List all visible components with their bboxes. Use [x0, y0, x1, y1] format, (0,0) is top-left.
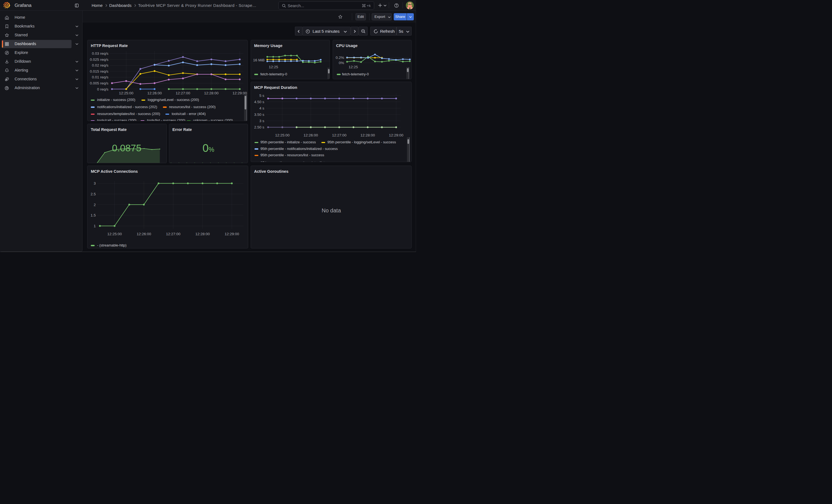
svg-text:12:25: 12:25 [269, 65, 278, 69]
svg-text:12:26:00: 12:26:00 [147, 91, 162, 95]
svg-text:5 s: 5 s [259, 94, 264, 98]
svg-text:12:27:00: 12:27:00 [166, 232, 181, 236]
svg-text:2.50 s: 2.50 s [254, 125, 264, 129]
svg-text:3: 3 [94, 181, 96, 185]
svg-text:12:27:00: 12:27:00 [332, 133, 346, 137]
svg-text:16 MiB: 16 MiB [253, 58, 264, 62]
svg-text:0.03 req/s: 0.03 req/s [92, 51, 108, 56]
svg-text:12:25: 12:25 [348, 65, 358, 69]
svg-text:12:25:00: 12:25:00 [107, 232, 122, 236]
svg-text:1: 1 [94, 224, 96, 228]
svg-text:12:25:00: 12:25:00 [119, 91, 133, 95]
svg-text:4.50 s: 4.50 s [254, 100, 264, 104]
svg-text:3.50 s: 3.50 s [254, 112, 264, 117]
svg-text:0.2%: 0.2% [335, 56, 344, 60]
svg-text:12:29:00: 12:29:00 [225, 232, 239, 236]
svg-text:12:26:00: 12:26:00 [137, 232, 151, 236]
svg-text:3 s: 3 s [259, 119, 264, 123]
svg-text:12:27:00: 12:27:00 [176, 91, 190, 95]
svg-text:12:25:00: 12:25:00 [275, 133, 289, 137]
svg-text:0.005 req/s: 0.005 req/s [90, 81, 108, 85]
svg-text:0.0875: 0.0875 [112, 142, 141, 153]
svg-text:0.01 req/s: 0.01 req/s [92, 75, 108, 79]
svg-text:12:28:00: 12:28:00 [360, 133, 375, 137]
svg-text:12:28:00: 12:28:00 [204, 91, 219, 95]
svg-text:2: 2 [94, 203, 96, 207]
svg-text:4 s: 4 s [259, 106, 264, 110]
svg-text:0.02 req/s: 0.02 req/s [92, 63, 108, 68]
svg-text:0.015 req/s: 0.015 req/s [90, 69, 108, 74]
svg-text:12:26:00: 12:26:00 [304, 133, 318, 137]
svg-text:0 req/s: 0 req/s [97, 87, 109, 91]
svg-text:0%: 0% [339, 61, 344, 65]
svg-text:0.025 req/s: 0.025 req/s [90, 57, 108, 62]
svg-text:12:28:00: 12:28:00 [196, 232, 210, 236]
svg-text:2.5: 2.5 [90, 192, 96, 196]
svg-text:0%: 0% [203, 142, 214, 154]
svg-text:1.5: 1.5 [90, 213, 96, 217]
svg-text:12:29:00: 12:29:00 [389, 133, 404, 137]
